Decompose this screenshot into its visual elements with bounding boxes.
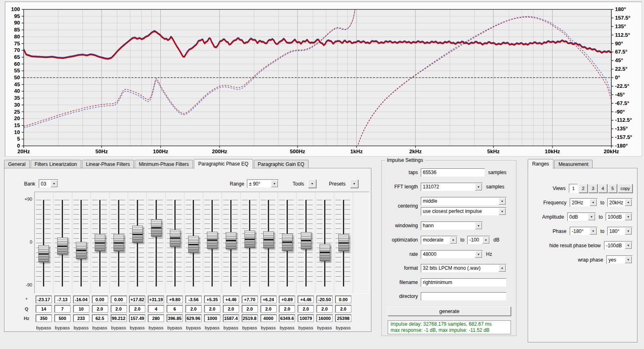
view-button-5[interactable]: 5 [608, 184, 617, 193]
eq-band-12-slider-thumb[interactable] [244, 230, 255, 248]
eq-band-3-bypass-button[interactable]: bypass [72, 324, 91, 331]
eq-band-2-freq-input[interactable]: 500 [54, 314, 71, 322]
eq-band-4-q-input[interactable]: 2.0 [92, 305, 108, 313]
eq-band-1-freq-input[interactable]: 350 [36, 314, 52, 322]
dropdown-arrow-icon[interactable]: ▼ [475, 222, 482, 229]
format-select[interactable]: 32 bits LPCM mono (.wav) ▼ [421, 264, 506, 273]
eq-band-17-bypass-button[interactable]: bypass [334, 324, 353, 331]
bank-select[interactable]: 03 ▼ [39, 179, 58, 188]
eq-band-14-slider-thumb[interactable] [282, 234, 293, 251]
eq-band-16-slider-thumb[interactable] [320, 244, 330, 261]
eq-band-9-slider-thumb[interactable] [188, 236, 199, 253]
eq-band-12-gain-input[interactable]: +7.70 [242, 295, 258, 303]
eq-band-3-q-input[interactable]: 10 [73, 305, 89, 313]
eq-band-13-slider-thumb[interactable] [263, 231, 274, 248]
eq-band-11-bypass-button[interactable]: bypass [222, 324, 240, 331]
eq-band-4-slider-thumb[interactable] [95, 234, 105, 251]
eq-band-16-bypass-button[interactable]: bypass [315, 324, 334, 331]
eq-band-5-freq-input[interactable]: 99.212 [111, 314, 127, 322]
eq-band-17-slider[interactable] [334, 192, 353, 293]
eq-band-11-slider-thumb[interactable] [226, 232, 236, 249]
eq-band-10-slider[interactable] [203, 192, 222, 293]
eq-band-10-gain-input[interactable]: +5.35 [204, 295, 220, 303]
view-button-4[interactable]: 4 [598, 184, 607, 193]
eq-band-7-freq-input[interactable]: 280 [148, 314, 164, 322]
eq-band-13-gain-input[interactable]: +6.24 [260, 295, 277, 303]
dropdown-arrow-icon[interactable]: ▼ [475, 251, 482, 258]
presets-dropdown-button[interactable]: ▼ [350, 179, 358, 188]
eq-band-9-bypass-button[interactable]: bypass [184, 324, 203, 331]
dropdown-arrow-icon[interactable]: ▼ [625, 199, 632, 206]
eq-band-9-q-input[interactable]: 2.0 [185, 305, 202, 313]
eq-band-15-slider[interactable] [297, 192, 315, 293]
dropdown-arrow-icon[interactable]: ▼ [590, 199, 597, 206]
dropdown-arrow-icon[interactable]: ▼ [499, 208, 506, 215]
eq-band-1-q-input[interactable]: 14 [36, 305, 52, 313]
eq-band-13-freq-input[interactable]: 4000 [260, 314, 277, 322]
amplitude-to-select[interactable]: 100dB ▼ [606, 213, 633, 221]
eq-band-5-slider[interactable] [110, 192, 129, 293]
eq-band-16-q-input[interactable]: 2.0 [316, 305, 333, 313]
view-button-1[interactable]: 1 [569, 184, 578, 193]
taps-input[interactable] [421, 168, 485, 177]
eq-band-17-q-input[interactable]: 2.0 [335, 305, 351, 313]
frequency-to-select[interactable]: 20kHz ▼ [607, 198, 633, 207]
eq-band-4-freq-input[interactable]: 62.5 [92, 314, 108, 322]
eq-band-12-q-input[interactable]: 2.0 [242, 305, 258, 313]
tab-linear-phase-filters[interactable]: Linear-Phase Filters [82, 160, 134, 168]
eq-band-5-q-input[interactable]: 2.0 [111, 305, 127, 313]
eq-band-2-gain-input[interactable]: -7.13 [54, 295, 71, 303]
dropdown-arrow-icon[interactable]: ▼ [475, 183, 482, 190]
tab-paragraphic-phase-eq[interactable]: Paragraphic Phase EQ [194, 159, 253, 169]
filename-input[interactable] [421, 278, 506, 287]
eq-band-4-bypass-button[interactable]: bypass [91, 324, 109, 331]
eq-band-1-bypass-button[interactable]: bypass [34, 324, 53, 331]
range-select[interactable]: ± 90° ▼ [247, 179, 279, 188]
eq-band-4-gain-input[interactable]: 0.00 [92, 295, 108, 303]
eq-band-16-gain-input[interactable]: -20.50 [316, 295, 333, 303]
dropdown-arrow-icon[interactable]: ▼ [51, 180, 58, 187]
tab-ranges[interactable]: Ranges [528, 159, 553, 169]
wrap-phase-select[interactable]: yes ▼ [606, 255, 633, 264]
dropdown-arrow-icon[interactable]: ▼ [625, 242, 632, 249]
eq-band-17-gain-input[interactable]: 0.00 [335, 295, 351, 303]
tab-general[interactable]: General [4, 160, 30, 168]
eq-band-15-freq-input[interactable]: 10079 [298, 314, 314, 322]
eq-band-6-gain-input[interactable]: +17.82 [129, 295, 145, 303]
windowing-select[interactable]: hann ▼ [421, 221, 483, 230]
tools-dropdown-button[interactable]: ▼ [308, 179, 316, 188]
eq-band-3-freq-input[interactable]: 233 [73, 314, 89, 322]
eq-band-2-q-input[interactable]: 7 [54, 305, 71, 313]
dropdown-arrow-icon[interactable]: ▼ [499, 265, 506, 272]
eq-band-10-q-input[interactable]: 2.0 [204, 305, 220, 313]
eq-band-6-slider-thumb[interactable] [132, 226, 143, 243]
eq-band-7-bypass-button[interactable]: bypass [147, 324, 165, 331]
eq-band-1-slider-thumb[interactable] [38, 245, 49, 262]
eq-band-2-slider[interactable] [53, 192, 72, 293]
tab-minimum-phase-filters[interactable]: Minimum-Phase Filters [135, 160, 193, 168]
phase-to-select[interactable]: 180° ▼ [607, 227, 633, 235]
eq-band-2-bypass-button[interactable]: bypass [53, 324, 72, 331]
eq-band-8-slider-thumb[interactable] [170, 230, 180, 247]
dropdown-arrow-icon[interactable]: ▼ [499, 198, 506, 205]
eq-band-1-gain-input[interactable]: -23.17 [36, 295, 52, 303]
tab-filters-linearization[interactable]: Filters Linearization [31, 160, 81, 168]
eq-band-5-bypass-button[interactable]: bypass [109, 324, 128, 331]
view-button-3[interactable]: 3 [588, 184, 597, 193]
eq-band-9-slider[interactable] [184, 192, 203, 293]
eq-band-8-gain-input[interactable]: +9.80 [167, 295, 183, 303]
view-button-2[interactable]: 2 [579, 184, 588, 193]
eq-band-12-bypass-button[interactable]: bypass [240, 324, 259, 331]
view-button-copy[interactable]: copy [618, 184, 633, 193]
eq-band-9-freq-input[interactable]: 629.96 [185, 314, 202, 322]
eq-band-11-freq-input[interactable]: 1587.4 [223, 314, 239, 322]
eq-band-15-q-input[interactable]: 2.0 [298, 305, 314, 313]
eq-band-16-slider[interactable] [315, 192, 334, 293]
eq-band-14-bypass-button[interactable]: bypass [278, 324, 296, 331]
dropdown-arrow-icon[interactable]: ▼ [482, 237, 489, 244]
dropdown-arrow-icon[interactable]: ▼ [271, 180, 278, 187]
eq-band-3-slider[interactable] [72, 192, 91, 293]
tab-paragraphic-gain-eq[interactable]: Paragraphic Gain EQ [254, 160, 309, 168]
directory-input[interactable] [421, 292, 506, 301]
dropdown-arrow-icon[interactable]: ▼ [625, 256, 632, 263]
